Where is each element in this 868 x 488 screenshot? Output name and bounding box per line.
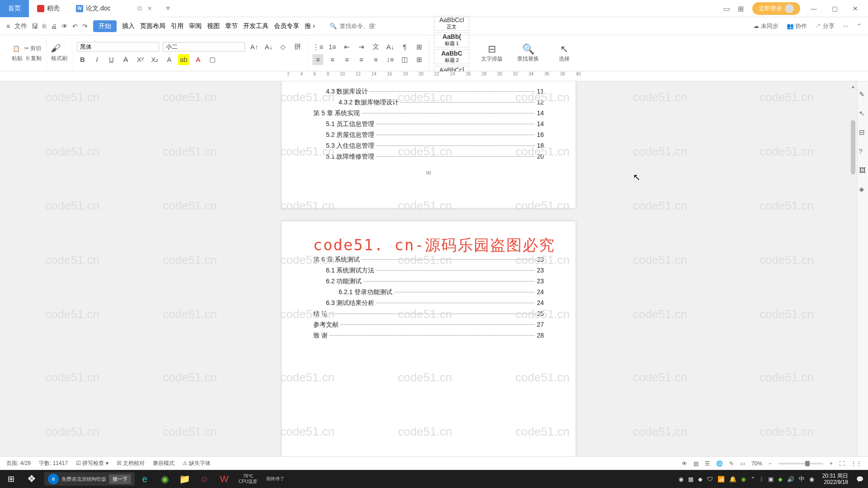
taskbar-ie-icon[interactable]: e bbox=[135, 470, 155, 488]
window-close-button[interactable]: ✕ bbox=[848, 5, 863, 12]
print-icon[interactable]: 🖨 bbox=[51, 23, 57, 30]
layout-icon[interactable]: ▭ bbox=[723, 5, 731, 13]
taskbar-browser-icon[interactable]: ◉ bbox=[155, 470, 175, 488]
more-icon[interactable]: ⋯ bbox=[843, 23, 849, 29]
sort-icon[interactable]: A↓ bbox=[385, 42, 396, 52]
bold-button[interactable]: B bbox=[77, 54, 88, 65]
phonetic-icon[interactable]: 拼 bbox=[292, 42, 303, 52]
copy-button[interactable]: ⎘ 复制 bbox=[26, 55, 42, 62]
tray-shield-icon[interactable]: 🛡 bbox=[707, 476, 713, 483]
settings-slider-icon[interactable]: ⊟ bbox=[859, 128, 867, 136]
document-page-1[interactable]: 4.3 数据库设计114.3.2 数据库物理设计12第 5 章 系统实现145.… bbox=[282, 81, 576, 208]
select-button[interactable]: ↖选择 bbox=[551, 43, 578, 63]
save-icon[interactable]: 🖫 bbox=[32, 23, 38, 30]
tray-chevron-up-icon[interactable]: ⌃ bbox=[750, 476, 755, 483]
pen-icon[interactable]: ✎ bbox=[859, 90, 867, 99]
scroll-thumb[interactable] bbox=[851, 120, 855, 174]
bullet-list-icon[interactable]: ⋮≡ bbox=[312, 42, 323, 52]
underline-button[interactable]: U bbox=[106, 54, 117, 65]
zoom-out-icon[interactable]: − bbox=[769, 460, 772, 467]
tray-icon-3[interactable]: ◆ bbox=[698, 476, 703, 483]
fullscreen-icon[interactable]: ⛶ bbox=[839, 460, 844, 467]
style-heading2[interactable]: AaBbC标题 2 bbox=[434, 49, 469, 64]
align-right-icon[interactable]: ≡ bbox=[341, 54, 352, 65]
format-painter-button[interactable]: 格式刷 bbox=[51, 55, 67, 62]
toc-entry[interactable]: 6.3 测试结果分析24 bbox=[313, 299, 544, 307]
vertical-scrollbar[interactable]: ▲ ▼ bbox=[850, 84, 856, 467]
toc-entry[interactable]: 第 6 章 系统测试23 bbox=[313, 256, 544, 264]
tab-close-icon[interactable]: × bbox=[147, 5, 151, 13]
menu-start[interactable]: 开始 bbox=[93, 20, 117, 32]
hamburger-icon[interactable]: ≡ bbox=[6, 23, 10, 30]
zoom-slider[interactable] bbox=[778, 463, 823, 465]
view-page-icon[interactable]: ▤ bbox=[693, 460, 698, 467]
char-border-icon[interactable]: ▢ bbox=[207, 54, 218, 65]
tray-ime-icon[interactable]: 中 bbox=[799, 475, 805, 483]
proofread-button[interactable]: ☒ 文档校对 bbox=[117, 460, 145, 467]
toc-entry[interactable]: 4.3 数据库设计11 bbox=[313, 88, 544, 96]
redo-icon[interactable]: ↷ bbox=[82, 23, 88, 30]
decrease-indent-icon[interactable]: ⇤ bbox=[341, 42, 352, 52]
word-count[interactable]: 字数: 11417 bbox=[39, 460, 68, 467]
view-web-icon[interactable]: 🌐 bbox=[716, 460, 723, 467]
tray-icon-2[interactable]: ▦ bbox=[688, 476, 693, 483]
tab-home[interactable]: 首页 bbox=[0, 0, 29, 17]
spellcheck-button[interactable]: ☑ 拼写检查 ▾ bbox=[76, 460, 108, 467]
text-layout-button[interactable]: ⊟文字排版 bbox=[478, 43, 505, 63]
export-icon[interactable]: ⎘ bbox=[42, 23, 46, 30]
tab-document[interactable]: W 论文.doc ⧉ × bbox=[68, 0, 160, 17]
menu-chapter[interactable]: 章节 bbox=[225, 22, 238, 30]
menu-reference[interactable]: 引用 bbox=[171, 22, 184, 30]
view-edit-icon[interactable]: ✎ bbox=[729, 460, 734, 467]
subscript-button[interactable]: X₂ bbox=[149, 54, 160, 65]
find-replace-button[interactable]: 🔍查找替换 bbox=[514, 43, 542, 63]
toc-entry[interactable]: 5.1 员工信息管理14 bbox=[313, 120, 544, 128]
copilot-icon[interactable]: ❖ bbox=[22, 470, 42, 488]
menu-insert[interactable]: 插入 bbox=[122, 22, 135, 30]
format-painter-icon[interactable]: 🖌 bbox=[51, 44, 60, 53]
diamond-icon[interactable]: ◈ bbox=[859, 185, 867, 193]
style-heading1[interactable]: AaBb(标题 1 bbox=[434, 33, 469, 47]
toc-entry[interactable]: 第 5 章 系统实现14 bbox=[313, 109, 544, 117]
superscript-button[interactable]: X² bbox=[135, 54, 146, 65]
toc-entry[interactable]: 5.1 故障维修管理20 bbox=[313, 153, 544, 161]
cut-button[interactable]: ✂ 剪切 bbox=[24, 45, 41, 52]
command-search-input[interactable] bbox=[340, 23, 376, 29]
toc-entry[interactable]: 6.2 功能测试23 bbox=[313, 277, 544, 286]
view-outline-icon[interactable]: ☰ bbox=[705, 460, 710, 467]
menu-view[interactable]: 视图 bbox=[207, 22, 220, 30]
more-status-icon[interactable]: ⋮⋮ bbox=[851, 460, 862, 467]
tray-icon-4[interactable]: ▣ bbox=[768, 476, 774, 483]
toc-entry[interactable]: 致 谢28 bbox=[313, 332, 544, 340]
distribute-icon[interactable]: ≡ bbox=[370, 54, 381, 65]
zoom-value[interactable]: 70% bbox=[751, 460, 762, 467]
toc-entry[interactable]: 6.1 系统测试方法23 bbox=[313, 267, 544, 275]
menu-member[interactable]: 会员专享 bbox=[274, 22, 299, 30]
new-tab-button[interactable]: + bbox=[160, 3, 176, 14]
zoom-in-icon[interactable]: + bbox=[830, 460, 833, 467]
text-effect-icon[interactable]: A bbox=[164, 54, 175, 65]
align-center-icon[interactable]: ≡ bbox=[327, 54, 338, 65]
taskbar-wps-icon[interactable]: W bbox=[214, 470, 234, 488]
toc-entry[interactable]: 4.3.2 数据库物理设计12 bbox=[313, 99, 544, 107]
tray-nvidia-icon[interactable]: ◉ bbox=[741, 476, 746, 483]
command-search[interactable]: 🔍 bbox=[330, 23, 376, 29]
menu-review[interactable]: 审阅 bbox=[189, 22, 202, 30]
tab-daoqiao[interactable]: 稻壳 bbox=[29, 0, 68, 17]
ruler[interactable]: 246810121416182022242628303234363840 bbox=[0, 71, 868, 81]
line-spacing-icon[interactable]: ↕≡ bbox=[385, 54, 396, 65]
taskbar-clock[interactable]: 20:31 周日 2022/9/18 bbox=[819, 473, 852, 486]
highlight-icon[interactable]: ab bbox=[178, 54, 189, 65]
share-button[interactable]: ↗ 分享 bbox=[815, 22, 835, 30]
sync-status[interactable]: ☁ 未同步 bbox=[753, 22, 778, 30]
document-page-2[interactable]: 第 6 章 系统测试236.1 系统测试方法236.2 功能测试236.2.1 … bbox=[282, 221, 576, 456]
menu-devtools[interactable]: 开发工具 bbox=[243, 22, 269, 30]
taskbar-app1-icon[interactable]: ☺ bbox=[194, 470, 214, 488]
tray-icon-5[interactable]: ◆ bbox=[778, 476, 783, 483]
taskbar-explorer-icon[interactable]: 📁 bbox=[175, 470, 194, 488]
image-icon[interactable]: 🖼 bbox=[859, 166, 867, 174]
grid-icon[interactable]: ⊞ bbox=[738, 5, 746, 13]
view-read-icon[interactable]: 👁 bbox=[682, 460, 687, 467]
text-direction-icon[interactable]: 文 bbox=[370, 42, 381, 52]
menu-more[interactable]: 推 › bbox=[305, 22, 315, 30]
